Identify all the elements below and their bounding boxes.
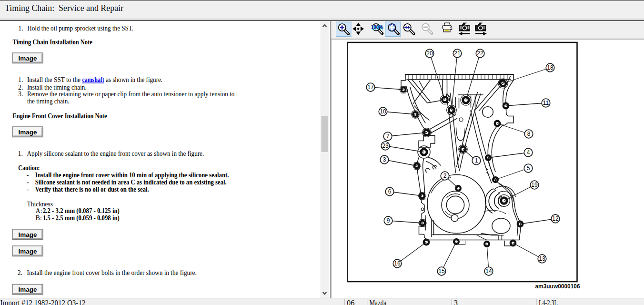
svg-text:am3uuw0000106: am3uuw0000106 [535,283,580,290]
svg-text:A:: A: [36,207,42,214]
svg-text:Apply silicone sealant to the: Apply silicone sealant to the engine fro… [27,150,204,157]
svg-text:2.: 2. [18,84,23,91]
svg-text:3: 3 [454,299,458,305]
svg-text:18: 18 [547,64,553,71]
svg-text:-: - [27,179,29,186]
svg-text:15: 15 [438,268,445,274]
svg-text:10: 10 [380,108,386,115]
svg-text:B:: B: [36,214,42,222]
svg-text:Engine Front Cover Installatio: Engine Front Cover Installation Note [13,112,107,120]
svg-text:14: 14 [485,268,492,274]
svg-text:13: 13 [539,255,545,262]
svg-text:23: 23 [382,142,389,149]
svg-text:Timing Chain: Service and Rep: Timing Chain: Service and Repair [5,3,123,13]
svg-text:20: 20 [426,50,433,57]
svg-text:6: 6 [388,188,392,195]
svg-text:9: 9 [387,217,390,224]
svg-text:19: 19 [531,182,538,188]
svg-text:21: 21 [454,50,461,57]
svg-text:the timing chain.: the timing chain. [27,98,70,105]
svg-text:camshaft: camshaft [82,76,104,83]
svg-text:2.: 2. [18,269,23,276]
svg-text:17: 17 [367,84,374,91]
svg-text:Verify that there is no oil or: Verify that there is no oil or dust on t… [35,186,149,193]
svg-text:Install the engine front cover: Install the engine front cover bolts in … [27,269,197,276]
svg-text:12: 12 [552,215,559,222]
svg-text:16: 16 [394,260,401,267]
svg-text:2.2 - 3.2 mm (0.087 - 0.125 in: 2.2 - 3.2 mm (0.087 - 0.125 in) [43,207,120,215]
svg-text:Hold the oil pump sprocket usi: Hold the oil pump sprocket using the SST… [27,25,133,32]
svg-text:Mazda: Mazda [370,299,387,305]
svg-text:1: 1 [475,157,478,164]
svg-text:Import #12 1982-2012 Q3-12: Import #12 1982-2012 Q3-12 [0,299,86,305]
svg-text:1.5 - 2.5 mm (0.059 - 0.098 in: 1.5 - 2.5 mm (0.059 - 0.098 in) [43,214,120,222]
svg-text:8: 8 [527,131,531,137]
svg-text:5: 5 [527,165,530,172]
svg-text:Remove the retaining wire or p: Remove the retaining wire or paper clip … [27,91,234,98]
svg-text:4: 4 [527,149,530,156]
svg-text:22: 22 [477,50,483,57]
svg-text:11: 11 [543,100,549,106]
svg-text:1.: 1. [18,25,23,32]
svg-text:as shown in the figure.: as shown in the figure. [106,76,162,83]
svg-text:Thickness: Thickness [27,201,53,208]
svg-text:L4-2.3L: L4-2.3L [539,299,558,305]
svg-text:Install the SST to the: Install the SST to the [27,76,80,83]
svg-text:Silicone sealant is not needed: Silicone sealant is not needed in area C… [35,179,227,186]
svg-text:100%: 100% [371,24,383,30]
svg-text:-: - [27,186,29,193]
svg-text:Timing Chain Installation Note: Timing Chain Installation Note [13,39,92,46]
svg-text:Caution:: Caution: [18,164,40,172]
svg-text:-: - [27,172,29,179]
svg-text:Install the engine front cover: Install the engine front cover within 10… [35,172,229,179]
svg-text:Install the timing chain.: Install the timing chain. [27,84,87,91]
svg-text:2: 2 [443,173,447,179]
svg-text:1.: 1. [18,150,23,157]
svg-text:1.: 1. [18,76,23,83]
svg-text:3: 3 [383,156,386,163]
svg-text:06: 06 [347,299,354,305]
svg-text:7: 7 [386,133,390,140]
svg-text:3.: 3. [18,91,23,98]
